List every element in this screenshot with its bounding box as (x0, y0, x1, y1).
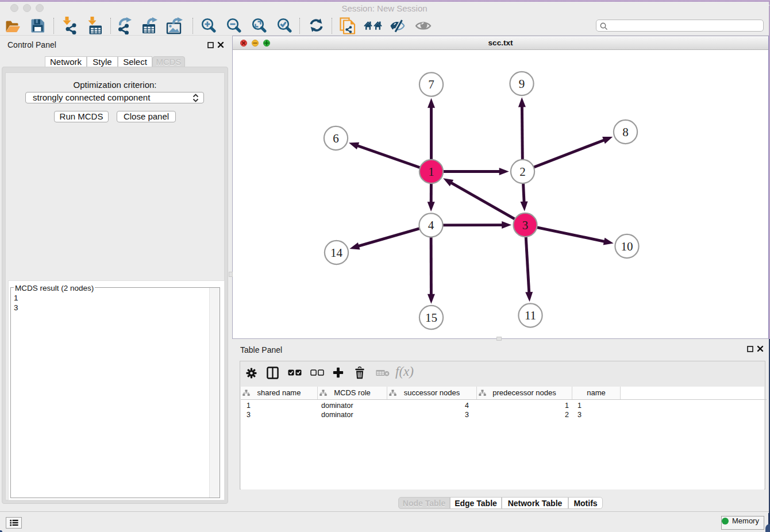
svg-text:10: 10 (621, 240, 633, 253)
svg-text:7: 7 (428, 78, 434, 91)
svg-text:3: 3 (522, 218, 529, 232)
svg-text:11: 11 (525, 309, 536, 322)
svg-text:6: 6 (333, 132, 339, 145)
svg-text:9: 9 (519, 77, 525, 91)
svg-text:15: 15 (425, 311, 437, 325)
svg-text:14: 14 (330, 246, 343, 260)
svg-text:1: 1 (428, 165, 434, 179)
svg-text:4: 4 (428, 218, 434, 232)
svg-text:8: 8 (622, 125, 629, 139)
svg-text:2: 2 (519, 165, 526, 179)
